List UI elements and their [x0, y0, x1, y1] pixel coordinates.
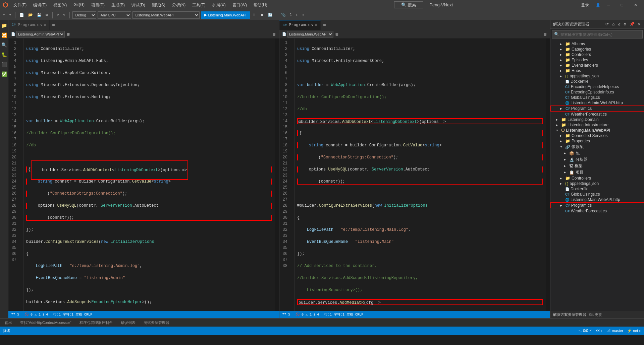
menu-window[interactable]: 窗口(W) — [230, 2, 250, 9]
tree-item-albums[interactable]: ▶ 📁 Albums — [550, 41, 644, 47]
debug-config-dropdown[interactable]: Debug Release — [72, 11, 96, 19]
tree-item-weatherforecast-admin[interactable]: C# WeatherForecast.cs — [550, 112, 644, 117]
redo-button[interactable]: ↪ — [62, 12, 67, 18]
solution-search-input[interactable] — [560, 32, 640, 37]
back-button[interactable]: ⬅ — [1, 12, 6, 18]
right-code-area[interactable]: 12345 678910 1112131415 1617181920 21222… — [279, 39, 550, 311]
left-code-content[interactable]: using CommonInitializer; using Listening… — [23, 39, 275, 311]
step-over-button[interactable]: ⤵ — [288, 12, 293, 18]
solution-settings-button[interactable]: ⚙ — [623, 21, 627, 27]
tree-item-controllers-admin[interactable]: ▶ 📁 Controllers — [550, 52, 644, 57]
tree-item-globalusings-main[interactable]: C# GlobalUsings.cs — [550, 192, 644, 197]
solution-sync-button[interactable]: ⟳ — [604, 21, 610, 27]
stop-button[interactable]: ⏹ — [259, 12, 265, 18]
git-icon[interactable]: 🔀 — [1, 32, 7, 38]
tree-item-analyzers[interactable]: ▶ 🔬 分析器 — [550, 156, 644, 163]
step-into-button[interactable]: ⬇ — [294, 12, 300, 18]
tree-item-http-admin[interactable]: 🌐 Listening.Admin.WebAPI.http — [550, 100, 644, 106]
tree-item-connected-services[interactable]: ▶ 📁 Connected Services — [550, 133, 644, 138]
run-button[interactable]: ▶ Listening.Main.WebAPI — [201, 11, 250, 19]
startup-project-dropdown[interactable]: Listening.Main.WebAPI — [132, 11, 200, 19]
tree-item-dependencies[interactable]: ▼ 🔗 依赖项 — [550, 144, 644, 150]
new-file-button[interactable]: 📄 — [18, 12, 25, 18]
tree-item-encoding-helper[interactable]: C# EncodingEpisodeHelper.cs — [550, 84, 644, 89]
menu-test[interactable]: 测试(S) — [149, 2, 168, 9]
tree-item-globalusings-admin[interactable]: C# GlobalUsings.cs — [550, 95, 644, 100]
menu-build[interactable]: 生成(B) — [109, 2, 127, 9]
test-sidebar-icon[interactable]: ✅ — [1, 71, 7, 77]
tree-item-program-main[interactable]: ▶ C# Program.cs — [550, 202, 644, 208]
right-code-content[interactable]: using CommonInitializer; using Microsoft… — [294, 39, 546, 311]
tree-item-main-webapi[interactable]: ▼ ⬡ Listening.Main.WebAPI — [550, 128, 644, 133]
tree-item-properties[interactable]: ▶ 📁 Properties — [550, 138, 644, 144]
tree-item-dockerfile-admin[interactable]: 📄 Dockerfile — [550, 79, 644, 84]
tree-item-framework[interactable]: ▶ 🏗 框架 — [550, 163, 644, 169]
left-split-button[interactable]: ⊟ — [272, 31, 276, 37]
tree-item-eventhandlers[interactable]: ▶ 📁 EventHandlers — [550, 63, 644, 68]
tree-item-episodes[interactable]: ▶ 📁 Episodes — [550, 57, 644, 63]
tree-item-domain[interactable]: ▶ 📁 Listening.Domain — [550, 117, 644, 122]
tree-item-projects[interactable]: ▶ 📋 项目 — [550, 169, 644, 176]
right-collapse-button[interactable]: ⊞ — [335, 31, 339, 37]
output-tab[interactable]: 输出 — [1, 320, 15, 326]
tree-item-categories[interactable]: ▶ 📁 Categories — [550, 47, 644, 52]
sign-in-button[interactable]: 登录 — [577, 0, 593, 10]
search-sidebar-icon[interactable]: 🔍 — [1, 42, 7, 48]
solution-explorer-icon[interactable]: 📁 — [1, 23, 7, 28]
solution-explorer-tab[interactable]: 解决方案资源管理器 — [553, 312, 586, 317]
debug-sidebar-icon[interactable]: 🐛 — [1, 52, 7, 58]
solution-close-button[interactable]: ✕ — [637, 21, 641, 27]
save-all-button[interactable]: ⧉ — [44, 12, 50, 18]
undo-button[interactable]: ↩ — [55, 12, 60, 18]
right-tab-split[interactable]: ⊞ — [321, 20, 328, 30]
tree-item-dockerfile-main[interactable]: 📄 Dockerfile — [550, 186, 644, 192]
left-tab-program-cs[interactable]: C# Program.cs ✕ — [8, 20, 50, 30]
left-project-selector[interactable]: Listening.Admin.WebAPI — [16, 31, 65, 38]
solution-refresh-button[interactable]: ↺ — [617, 21, 621, 27]
pause-button[interactable]: ⏸ — [251, 12, 258, 18]
restart-button[interactable]: 🔄 — [267, 12, 274, 18]
right-tab-program-cs[interactable]: C# Program.cs ✕ — [279, 20, 321, 30]
menu-file[interactable]: 文件(F) — [11, 2, 29, 9]
tree-item-packages[interactable]: ▶ 📦 包 — [550, 150, 644, 156]
left-tab-close[interactable]: ✕ — [44, 23, 46, 27]
right-tab-close[interactable]: ✕ — [315, 23, 317, 27]
error-list-tab[interactable]: 错误列表 — [117, 320, 139, 326]
menu-help[interactable]: 帮助(H) — [251, 2, 270, 9]
open-file-button[interactable]: 📂 — [27, 12, 34, 18]
right-split-button[interactable]: ⊟ — [543, 31, 547, 37]
platform-dropdown[interactable]: Any CPU — [98, 11, 131, 19]
tree-item-http-main[interactable]: 🌐 Listening.Main.WebAPI.http — [550, 197, 644, 202]
attach-button[interactable]: 📎 — [280, 12, 287, 18]
tree-item-infrastructure[interactable]: ▶ 📁 Listening.Infrastructure — [550, 122, 644, 128]
left-code-area[interactable]: 12345 678910 1112131415 1617181920 21222… — [8, 39, 279, 311]
tree-item-appsettings-admin[interactable]: ▶ { } appsettings.json — [550, 73, 644, 79]
left-collapse-button[interactable]: ⊞ — [66, 31, 70, 37]
package-manager-tab[interactable]: 程序包管理器控制台 — [76, 320, 116, 326]
left-tab-split[interactable]: ⊞ — [50, 20, 57, 30]
tree-item-program-admin[interactable]: ▶ C# Program.cs — [550, 106, 644, 112]
minimize-button[interactable]: ─ — [603, 0, 614, 10]
solution-home-button[interactable]: ⌂ — [611, 22, 615, 27]
tree-item-appsettings-main[interactable]: ▶ { } appsettings.json — [550, 181, 644, 186]
menu-git[interactable]: Git(G) — [71, 2, 87, 9]
close-button[interactable]: ✕ — [630, 0, 641, 10]
test-explorer-tab[interactable]: 测试资源管理器 — [140, 320, 173, 326]
tree-item-encoding-info[interactable]: C# EncodingEpisodeInfo.cs — [550, 89, 644, 95]
right-project-selector[interactable]: Listening.Main.WebAPI — [287, 31, 333, 38]
tree-item-hubs[interactable]: ▶ 📁 Hubs — [550, 68, 644, 73]
save-button[interactable]: 💾 — [36, 12, 43, 18]
search-box[interactable]: 🔍 搜索 — [394, 1, 424, 8]
maximize-button[interactable]: □ — [617, 0, 627, 10]
menu-analyze[interactable]: 分析(N) — [169, 2, 189, 9]
git-changes-tab[interactable]: Git 更改 — [589, 312, 602, 317]
step-out-button[interactable]: ⬆ — [301, 12, 306, 18]
find-results-tab[interactable]: 查找"AddHttpContextAccessor" — [17, 320, 75, 326]
menu-debug[interactable]: 调试(D) — [129, 2, 148, 9]
menu-edit[interactable]: 编辑(E) — [31, 2, 49, 9]
menu-tools[interactable]: 工具(T) — [190, 2, 208, 9]
solution-pin-button[interactable]: 📌 — [629, 21, 636, 27]
menu-extensions[interactable]: 扩展(X) — [210, 2, 228, 9]
forward-button[interactable]: ➡ — [8, 12, 13, 18]
solution-search-box[interactable]: 🔍 — [552, 30, 643, 39]
